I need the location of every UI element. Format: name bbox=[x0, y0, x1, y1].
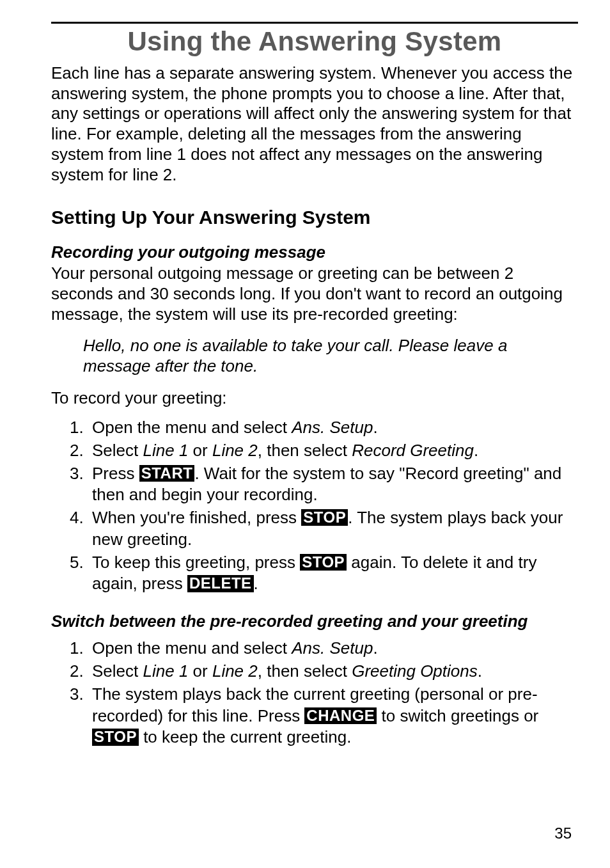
list-item: When you're finished, press STOP. The sy… bbox=[88, 507, 578, 551]
recording-body: Your personal outgoing message or greeti… bbox=[51, 264, 578, 324]
switch-steps: Open the menu and select Ans. Setup. Sel… bbox=[51, 638, 578, 748]
key-change: CHANGE bbox=[304, 707, 377, 724]
section-heading-setup: Setting Up Your Answering System bbox=[51, 207, 578, 228]
menu-item-record-greeting: Record Greeting bbox=[352, 441, 474, 460]
menu-item-line1: Line 1 bbox=[143, 661, 189, 681]
pre-recorded-quote: Hello, no one is available to take your … bbox=[51, 336, 578, 376]
recording-lead: To record your greeting: bbox=[51, 388, 578, 408]
page-number: 35 bbox=[554, 825, 572, 842]
list-item: Select Line 1 or Line 2, then select Rec… bbox=[88, 440, 578, 462]
step-text: Select bbox=[92, 441, 143, 460]
menu-item-greeting-options: Greeting Options bbox=[352, 661, 478, 681]
manual-page: Using the Answering System Each line has… bbox=[0, 0, 610, 868]
step-text: When you're finished, press bbox=[92, 508, 301, 527]
step-text: . bbox=[474, 441, 478, 460]
step-text: . bbox=[254, 574, 258, 593]
step-text: . bbox=[478, 661, 482, 681]
list-item: The system plays back the current greeti… bbox=[88, 684, 578, 748]
top-rule bbox=[51, 22, 578, 24]
step-text: . bbox=[373, 638, 377, 658]
step-text: . bbox=[373, 418, 377, 437]
step-text: Press bbox=[92, 464, 139, 483]
key-start: START bbox=[139, 465, 195, 482]
subsection-heading-recording: Recording your outgoing message bbox=[51, 242, 578, 262]
menu-item-ans-setup: Ans. Setup bbox=[292, 638, 373, 658]
step-text: Open the menu and select bbox=[92, 638, 292, 658]
list-item: Open the menu and select Ans. Setup. bbox=[88, 417, 578, 439]
step-text: or bbox=[188, 661, 212, 681]
step-text: To keep this greeting, press bbox=[92, 553, 300, 572]
step-text: to keep the current greeting. bbox=[139, 727, 351, 746]
list-item: Press START. Wait for the system to say … bbox=[88, 463, 578, 507]
step-text: , then select bbox=[258, 661, 352, 681]
menu-item-line2: Line 2 bbox=[212, 661, 258, 681]
list-item: Open the menu and select Ans. Setup. bbox=[88, 638, 578, 659]
menu-item-line1: Line 1 bbox=[143, 441, 189, 460]
key-delete: DELETE bbox=[187, 575, 254, 592]
step-text: to switch greetings or bbox=[377, 706, 538, 725]
list-item: To keep this greeting, press STOP again.… bbox=[88, 552, 578, 596]
subsection-heading-switch: Switch between the pre-recorded greeting… bbox=[51, 612, 578, 631]
key-stop: STOP bbox=[92, 729, 139, 745]
step-text: or bbox=[188, 441, 212, 460]
list-item: Select Line 1 or Line 2, then select Gre… bbox=[88, 661, 578, 683]
step-text: , then select bbox=[258, 441, 352, 460]
intro-paragraph: Each line has a separate answering syste… bbox=[51, 63, 578, 185]
step-text: Open the menu and select bbox=[92, 418, 292, 437]
menu-item-ans-setup: Ans. Setup bbox=[292, 418, 373, 437]
menu-item-line2: Line 2 bbox=[212, 441, 258, 460]
key-stop: STOP bbox=[301, 509, 348, 526]
key-stop: STOP bbox=[300, 554, 347, 571]
page-title: Using the Answering System bbox=[51, 26, 578, 57]
recording-steps: Open the menu and select Ans. Setup. Sel… bbox=[51, 417, 578, 595]
step-text: Select bbox=[92, 661, 143, 681]
